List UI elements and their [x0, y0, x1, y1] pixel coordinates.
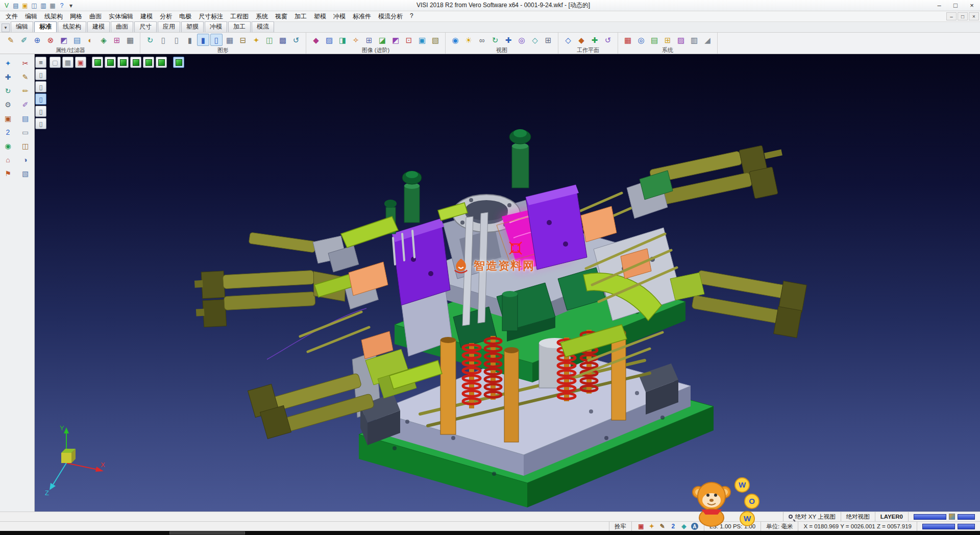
desktop-mascot[interactable]: W O W — [685, 475, 762, 531]
save-icon[interactable]: ▥ — [39, 1, 48, 10]
visi-logo[interactable]: V — [2, 1, 11, 10]
selection-slot-1[interactable]: ▯ — [35, 69, 46, 80]
menu-item[interactable]: 实体编辑 — [105, 11, 137, 22]
panel-icon[interactable]: ▭ — [19, 126, 32, 138]
menu-item[interactable]: 文件 — [2, 11, 21, 22]
probe-icon[interactable]: ◉ — [2, 140, 14, 152]
flag-icon[interactable]: ⚑ — [2, 167, 14, 180]
workspace-tab[interactable]: 塑膜 — [181, 21, 204, 32]
attribute-match-icon[interactable]: ✐ — [18, 34, 30, 46]
dynamic-view-icon[interactable]: ∞ — [476, 34, 488, 46]
close-button[interactable]: × — [964, 0, 980, 11]
filter-remove-icon[interactable]: ⊗ — [44, 34, 57, 46]
menu-item[interactable]: 曲面 — [86, 11, 105, 22]
menu-item[interactable]: 网格 — [66, 11, 86, 22]
pencil-icon[interactable]: ✏ — [19, 85, 32, 97]
menu-item[interactable]: 冲模 — [330, 11, 349, 22]
wireframe-cylinder-icon[interactable]: ▯ — [157, 34, 169, 46]
section-view-icon[interactable]: ◨ — [336, 34, 349, 46]
refresh-all-icon[interactable]: ↺ — [290, 34, 302, 46]
view-cube-back[interactable] — [130, 57, 141, 68]
3d-viewport[interactable]: ≡▯▯▯▯▯ ▢▦▣ Y X — [35, 54, 980, 512]
rotate-element-icon[interactable]: ↻ — [2, 85, 14, 97]
menu-item[interactable]: 电极 — [176, 11, 195, 22]
viewport-grid-icon[interactable]: ⊞ — [363, 34, 375, 46]
menu-item[interactable]: 标准件 — [349, 11, 375, 22]
notebook-icon[interactable]: ▤ — [19, 112, 32, 125]
render-status-icon[interactable]: ✦ — [648, 522, 656, 530]
translucent-icon[interactable]: ▯ — [210, 34, 223, 46]
shaded-edges-icon[interactable]: ▮ — [197, 34, 209, 46]
smooth-icon[interactable]: ⚙ — [2, 99, 14, 111]
view-orientation-icon[interactable]: ◇ — [529, 34, 541, 46]
menu-item[interactable]: 尺寸标注 — [195, 11, 227, 22]
view-cube-top[interactable] — [105, 57, 116, 68]
globe-settings-icon[interactable]: ◎ — [635, 34, 647, 46]
workspace-tab[interactable]: 曲面 — [111, 21, 133, 32]
workspace-tab[interactable]: 应用 — [158, 21, 180, 32]
workplane-create-icon[interactable]: ✚ — [589, 34, 601, 46]
snapshot-icon[interactable]: ▣ — [416, 34, 428, 46]
solid-box-icon[interactable]: ▦ — [224, 34, 236, 46]
mdi-close-button[interactable]: × — [969, 12, 979, 20]
color-filter-icon[interactable]: ◐ — [84, 34, 96, 46]
menu-item[interactable]: 模流分析 — [375, 11, 406, 22]
hatch-settings-icon[interactable]: ▨ — [675, 34, 687, 46]
shadow-icon[interactable]: ◪ — [376, 34, 388, 46]
menu-item[interactable]: 塑模 — [310, 11, 330, 22]
clipboard-icon[interactable]: ◫ — [19, 140, 32, 152]
viewport-menu-icon[interactable]: ≡ — [35, 57, 46, 68]
trace-icon[interactable]: ▣ — [637, 522, 645, 530]
previous-view-icon[interactable]: ◎ — [516, 34, 528, 46]
texture-icon[interactable]: ▨ — [323, 34, 335, 46]
lock-status[interactable]: 拴牢 — [609, 522, 631, 531]
new-file-icon[interactable]: ▤ — [11, 1, 20, 10]
history-icon[interactable]: ◑ — [19, 154, 32, 166]
selection-slot-4[interactable]: ▯ — [35, 106, 46, 117]
system-options-icon[interactable]: ▥ — [688, 34, 700, 46]
mdi-restore-button[interactable]: □ — [958, 12, 968, 20]
compare-icon[interactable]: ▧ — [429, 34, 442, 46]
menu-item[interactable]: ? — [406, 11, 417, 22]
view-cube-front[interactable] — [117, 57, 129, 68]
scissors-icon[interactable]: ✂ — [19, 57, 32, 69]
move-element-icon[interactable]: ✚ — [2, 71, 14, 83]
shaded-cylinder-icon[interactable]: ▮ — [184, 34, 196, 46]
layer-status[interactable]: LAYER0 — [875, 512, 908, 521]
menu-item[interactable]: 视窗 — [272, 11, 291, 22]
maximize-button[interactable]: □ — [947, 0, 964, 11]
workspace-tab[interactable]: 线架构 — [58, 21, 86, 32]
material-icon[interactable]: ◫ — [263, 34, 276, 46]
redraw-icon[interactable]: ↻ — [144, 34, 156, 46]
doc-edit-icon[interactable]: ✎ — [658, 522, 667, 530]
zoom-window-icon[interactable]: ◉ — [449, 34, 461, 46]
print-icon[interactable]: ▦ — [48, 1, 57, 10]
color-table-icon[interactable]: ▦ — [622, 34, 634, 46]
view-orientation-status[interactable]: 绝对 XY 上视图 — [783, 512, 841, 521]
tab-dropdown-button[interactable]: ▼ — [2, 23, 10, 32]
menu-item[interactable]: 编辑 — [21, 11, 41, 22]
menu-item[interactable]: 线架构 — [41, 11, 66, 22]
exploded-view-icon[interactable]: ✧ — [350, 34, 362, 46]
view-cube-left[interactable] — [143, 57, 154, 68]
multi-view-icon[interactable]: ⊞ — [542, 34, 554, 46]
menu-item[interactable]: 系统 — [252, 11, 272, 22]
reflection-icon[interactable]: ◩ — [389, 34, 402, 46]
taskbar-window-preview[interactable] — [169, 531, 245, 534]
workspace-tab[interactable]: 建模 — [87, 21, 110, 32]
save-session-icon[interactable]: ▧ — [19, 167, 32, 180]
view-cube-dynamic[interactable] — [173, 57, 184, 68]
type-filter-icon[interactable]: ◈ — [97, 34, 110, 46]
menu-item[interactable]: 分析 — [156, 11, 176, 22]
workplane-align-icon[interactable]: ◆ — [575, 34, 587, 46]
wireframe-view-icon[interactable]: ▢ — [50, 57, 61, 68]
workspace-tab[interactable]: 标准 — [34, 21, 57, 32]
filter-add-icon[interactable]: ⊕ — [31, 34, 43, 46]
pan-view-icon[interactable]: ✚ — [502, 34, 514, 46]
shaded-view-icon[interactable]: ▦ — [62, 57, 74, 68]
absolute-view-status[interactable]: 绝对视图 — [841, 512, 875, 521]
annotation-icon[interactable]: ⊡ — [403, 34, 415, 46]
workspace-tab[interactable]: 尺寸 — [134, 21, 157, 32]
ruler-icon[interactable]: ◢ — [701, 34, 714, 46]
windows-taskbar[interactable] — [0, 531, 980, 535]
